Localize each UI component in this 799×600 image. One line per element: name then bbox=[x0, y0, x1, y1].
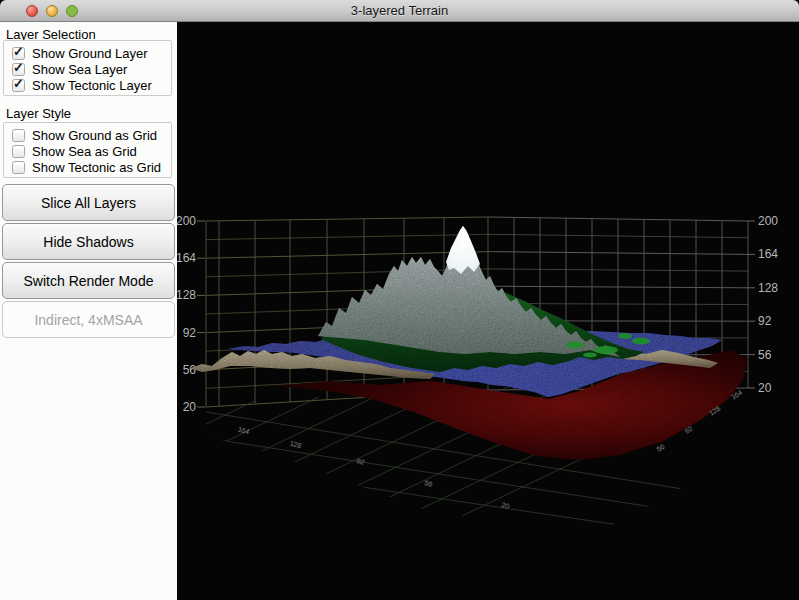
checkbox-row[interactable]: ✓Show Tectonic Layer bbox=[12, 78, 171, 93]
check-icon: ✓ bbox=[13, 76, 24, 91]
svg-text:164: 164 bbox=[758, 247, 778, 261]
checkbox[interactable]: ✓ bbox=[12, 79, 25, 92]
checkbox-label: Show Tectonic Layer bbox=[32, 78, 152, 93]
slice-all-layers-button[interactable]: Slice All Layers bbox=[2, 184, 175, 221]
checkbox-label: Show Sea Layer bbox=[32, 62, 127, 77]
render-mode-status-button: Indirect, 4xMSAA bbox=[2, 301, 175, 338]
svg-text:20: 20 bbox=[183, 400, 197, 414]
checkbox[interactable] bbox=[12, 129, 25, 142]
svg-text:164: 164 bbox=[177, 251, 196, 265]
check-icon: ✓ bbox=[13, 60, 24, 75]
check-icon: ✓ bbox=[13, 44, 24, 59]
checkbox-label: Show Ground as Grid bbox=[32, 128, 157, 143]
checkbox-row[interactable]: ✓Show Ground Layer bbox=[12, 46, 171, 61]
hide-shadows-button[interactable]: Hide Shadows bbox=[2, 223, 175, 260]
groupbox: Show Ground as GridShow Sea as GridShow … bbox=[3, 122, 172, 178]
svg-text:56: 56 bbox=[758, 348, 772, 362]
checkbox-row[interactable]: Show Tectonic as Grid bbox=[12, 160, 171, 175]
checkbox-label: Show Ground Layer bbox=[32, 46, 148, 61]
svg-text:56: 56 bbox=[656, 443, 666, 453]
titlebar[interactable]: 3-layered Terrain bbox=[0, 0, 799, 22]
svg-text:200: 200 bbox=[177, 214, 196, 228]
svg-text:56: 56 bbox=[183, 363, 197, 377]
svg-text:128: 128 bbox=[758, 281, 778, 295]
group-title-layer-style: Layer Style bbox=[6, 106, 71, 121]
svg-text:56: 56 bbox=[424, 479, 433, 488]
checkbox-row[interactable]: ✓Show Sea Layer bbox=[12, 62, 171, 77]
svg-text:92: 92 bbox=[758, 314, 772, 328]
checkbox[interactable] bbox=[12, 145, 25, 158]
svg-text:164: 164 bbox=[237, 426, 250, 436]
sidebar-panel: Layer Selection✓Show Ground Layer✓Show S… bbox=[0, 22, 177, 600]
snow-cap bbox=[446, 226, 480, 274]
checkbox-row[interactable]: Show Ground as Grid bbox=[12, 128, 171, 143]
app-window: 3-layered Terrain Layer Selection✓Show G… bbox=[0, 0, 799, 600]
terrain-3d-scene: 200200164164128128929256562020 bbox=[177, 22, 799, 600]
svg-text:92: 92 bbox=[356, 457, 365, 466]
svg-text:200: 200 bbox=[758, 214, 778, 228]
checkbox-label: Show Tectonic as Grid bbox=[32, 160, 161, 175]
groupbox: ✓Show Ground Layer✓Show Sea Layer✓Show T… bbox=[3, 40, 172, 96]
switch-render-mode-button[interactable]: Switch Render Mode bbox=[2, 262, 175, 299]
checkbox[interactable] bbox=[12, 161, 25, 174]
checkbox-row[interactable]: Show Sea as Grid bbox=[12, 144, 171, 159]
svg-text:20: 20 bbox=[758, 381, 772, 395]
svg-text:128: 128 bbox=[289, 440, 302, 450]
svg-text:128: 128 bbox=[177, 288, 196, 302]
checkbox[interactable]: ✓ bbox=[12, 63, 25, 76]
window-title: 3-layered Terrain bbox=[0, 0, 799, 22]
svg-text:92: 92 bbox=[183, 326, 197, 340]
terrain-viewport[interactable]: 200200164164128128929256562020 bbox=[177, 22, 799, 600]
checkbox[interactable]: ✓ bbox=[12, 47, 25, 60]
checkbox-label: Show Sea as Grid bbox=[32, 144, 137, 159]
